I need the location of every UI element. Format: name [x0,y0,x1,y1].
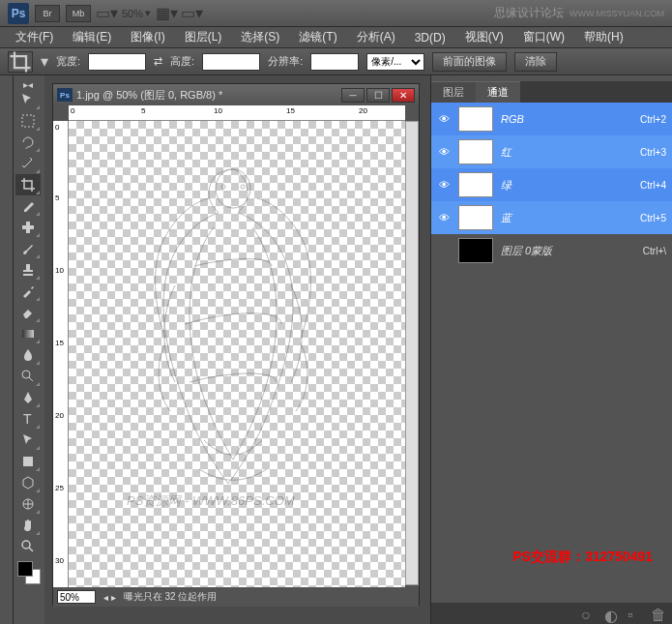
channel-shortcut: Ctrl+\ [643,246,666,256]
3d-camera-tool[interactable] [15,493,41,515]
document-window: Ps 1.jpg @ 50% (图层 0, RGB/8) * ─ ☐ ✕ 0 5… [52,83,420,606]
minimize-button[interactable]: ─ [341,88,365,103]
svg-rect-0 [22,115,34,127]
visibility-icon[interactable]: 👁 [437,112,451,126]
channel-name: 红 [501,145,632,160]
menu-analysis[interactable]: 分析(A) [347,27,405,47]
menu-edit[interactable]: 编辑(E) [63,27,121,47]
menu-view[interactable]: 视图(V) [455,27,513,47]
zoom-level[interactable]: 50% ▾ [122,7,151,19]
shape-tool[interactable] [15,451,41,472]
svg-text:T: T [23,411,32,427]
minibridge-button[interactable]: Mb [66,5,91,22]
tab-layers[interactable]: 图层 [431,81,476,103]
eraser-tool[interactable] [15,302,41,323]
channel-rgb[interactable]: 👁 RGB Ctrl+2 [431,103,672,135]
artwork [117,150,349,518]
visibility-icon[interactable]: 👁 [437,145,451,159]
channel-layer-mask[interactable]: 图层 0蒙版 Ctrl+\ [431,234,672,267]
lasso-tool[interactable] [15,132,41,153]
channel-thumb [458,172,493,197]
close-button[interactable]: ✕ [392,88,415,103]
menu-bar: 文件(F) 编辑(E) 图像(I) 图层(L) 选择(S) 滤镜(T) 分析(A… [0,27,672,48]
bridge-button[interactable]: Br [35,5,60,22]
document-titlebar[interactable]: Ps 1.jpg @ 50% (图层 0, RGB/8) * ─ ☐ ✕ [53,84,419,105]
menu-select[interactable]: 选择(S) [231,27,289,47]
dodge-tool[interactable] [15,366,41,387]
crop-tool-icon[interactable] [8,51,33,73]
visibility-icon[interactable]: 👁 [437,178,451,192]
menu-help[interactable]: 帮助(H) [574,27,633,47]
gradient-tool[interactable] [15,323,41,344]
ruler-horizontal[interactable]: 0 5 10 15 20 [69,105,405,121]
doc-ps-icon: Ps [57,88,73,102]
watermark-text: 思缘设计论坛WWW.MISSYUAN.COM [494,5,664,21]
ruler-vertical[interactable]: 0 5 10 15 20 25 30 [53,121,69,587]
foreground-color[interactable] [17,561,33,577]
path-select-tool[interactable] [15,430,41,451]
healing-tool[interactable] [15,217,41,238]
channel-shortcut: Ctrl+5 [640,213,666,223]
channel-thumb [458,139,493,164]
menu-3d[interactable]: 3D(D) [405,29,455,46]
resolution-input[interactable] [310,53,359,71]
swap-icon[interactable]: ⇄ [154,55,162,68]
svg-rect-2 [26,222,30,233]
svg-point-9 [216,169,250,208]
width-input[interactable] [88,53,146,71]
canvas-watermark: PS资源网 - WWW.86PS.COM [127,492,295,510]
visibility-icon[interactable] [437,244,451,257]
load-selection-icon[interactable]: ○ [581,607,597,620]
new-channel-icon[interactable]: ▫ [628,607,643,620]
tab-channels[interactable]: 通道 [476,81,520,103]
channel-red[interactable]: 👁 红 Ctrl+3 [431,135,672,168]
screen-mode-icon[interactable]: ▭▾ [97,5,116,22]
color-swatches[interactable] [17,561,41,584]
channel-green[interactable]: 👁 绿 Ctrl+4 [431,168,672,201]
crop-tool[interactable] [15,174,41,195]
extras-icon[interactable]: ▭▾ [182,5,201,22]
vertical-scrollbar[interactable] [405,121,419,585]
menu-layer[interactable]: 图层(L) [175,27,232,47]
width-label: 宽度: [56,54,80,69]
delete-channel-icon[interactable]: 🗑 [651,607,666,620]
channel-name: 绿 [501,178,632,193]
document-title: 1.jpg @ 50% (图层 0, RGB/8) * [76,88,337,103]
channels-panel: 图层 通道 👁 RGB Ctrl+2 👁 红 Ctrl+3 👁 绿 Ctrl+4 [430,75,672,624]
type-tool[interactable]: T [15,408,41,430]
zoom-tool[interactable] [15,536,41,557]
hand-tool[interactable] [15,515,41,536]
save-selection-icon[interactable]: ◐ [604,607,620,620]
eyedropper-tool[interactable] [15,195,41,217]
history-brush-tool[interactable] [15,281,41,302]
toolbox-toggle-icon[interactable]: ▸◂ [15,79,41,89]
svg-point-4 [22,371,30,378]
stamp-tool[interactable] [15,259,41,281]
unit-select[interactable]: 像素/... [366,53,424,71]
channel-thumb [458,106,493,132]
channel-shortcut: Ctrl+3 [640,147,666,158]
wand-tool[interactable] [15,153,41,174]
maximize-button[interactable]: ☐ [366,88,390,103]
canvas[interactable]: PS资源网 - WWW.86PS.COM [69,121,405,587]
menu-file[interactable]: 文件(F) [6,27,63,47]
height-input[interactable] [202,53,260,71]
clear-button[interactable]: 清除 [514,52,557,72]
front-image-button[interactable]: 前面的图像 [432,52,507,72]
panel-tabs: 图层 通道 [431,81,672,103]
3d-tool[interactable] [15,472,41,493]
zoom-input[interactable] [57,590,96,604]
brush-tool[interactable] [15,238,41,259]
blur-tool[interactable] [15,344,41,366]
panel-footer: ○ ◐ ▫ 🗑 [431,603,672,624]
pen-tool[interactable] [15,387,41,408]
menu-filter[interactable]: 滤镜(T) [289,27,346,47]
arrange-icon[interactable]: ▦▾ [157,5,176,22]
menu-window[interactable]: 窗口(W) [513,27,574,47]
marquee-tool[interactable] [15,110,41,132]
menu-image[interactable]: 图像(I) [121,27,174,47]
visibility-icon[interactable]: 👁 [437,211,451,224]
status-text: 曝光只在 32 位起作用 [124,590,218,604]
channel-blue[interactable]: 👁 蓝 Ctrl+5 [431,201,672,234]
move-tool[interactable] [15,89,41,110]
